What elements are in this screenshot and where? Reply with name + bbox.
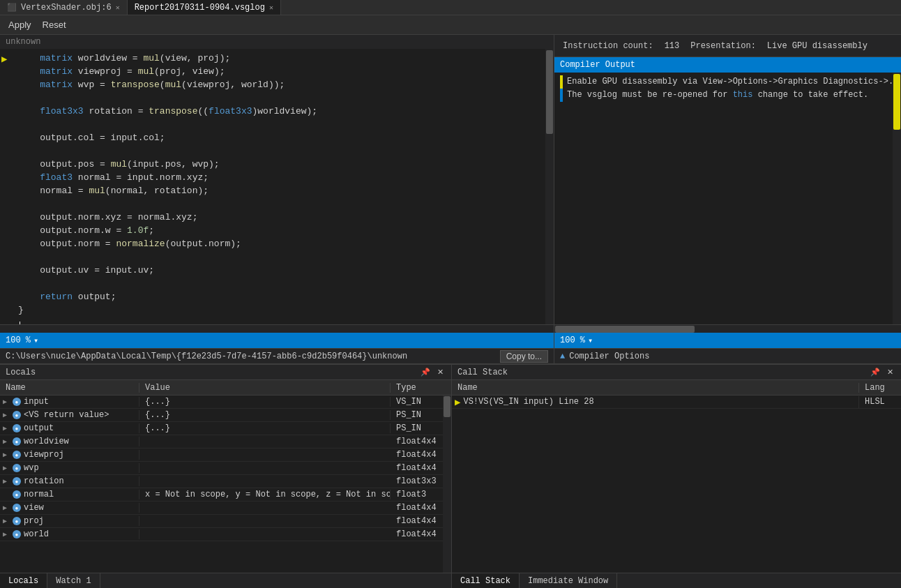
close-icon-vsglog[interactable]: ✕: [269, 3, 273, 12]
locals-table-body[interactable]: ▶ ● input {...} VS_IN ▶ ● <VS return val…: [0, 395, 443, 573]
cs-col-lang: Lang: [859, 383, 901, 393]
code-line: output.norm.xyz = normal.xyz;: [13, 211, 545, 224]
expand-arrow[interactable]: ▶: [3, 398, 10, 406]
editor-scrollbar-v[interactable]: [545, 49, 554, 324]
right-scrollbar-v[interactable]: [893, 73, 901, 324]
cs-pin-button[interactable]: 📌: [868, 367, 882, 377]
right-zoom-dropdown-icon[interactable]: ▾: [588, 336, 593, 346]
table-row[interactable]: ▶ ● wvp float4x4: [0, 462, 443, 475]
obj-icon: ●: [13, 398, 21, 406]
row-type-vsreturn: PS_IN: [391, 410, 443, 420]
compiler-line-2: The vsglog must be re-opened for this ch…: [554, 89, 893, 102]
table-row[interactable]: ▶ ● view float4x4: [0, 502, 443, 515]
locals-table-container: ▶ ● input {...} VS_IN ▶ ● <VS return val…: [0, 395, 451, 573]
callstack-panel: Call Stack 📌 ✕ Name Lang ▶ VS!VS(VS_IN i…: [452, 365, 901, 588]
editor-scrollbar-h[interactable]: [0, 324, 554, 333]
expand-arrow[interactable]: ▶: [3, 517, 10, 525]
row-name-text: proj: [24, 516, 44, 526]
close-panel-button[interactable]: ✕: [435, 367, 446, 377]
right-panel: Instruction count: 113 Presentation: Liv…: [554, 35, 901, 363]
copy-to-button[interactable]: Copy to...: [500, 350, 548, 363]
cs-row-name: ▶ VS!VS(VS_IN input) Line 28: [452, 396, 859, 408]
compiler-output-content[interactable]: Enable GPU disassembly via View->Options…: [554, 73, 893, 324]
compiler-options-header[interactable]: ▲ Compiler Options: [554, 348, 901, 363]
locals-panel-header: Locals 📌 ✕: [0, 365, 451, 380]
code-line: return output;: [13, 290, 545, 303]
expand-arrow[interactable]: ▶: [3, 477, 10, 485]
row-name-text: view: [24, 503, 44, 513]
cs-close-button[interactable]: ✕: [885, 367, 895, 377]
right-zoom-control[interactable]: 100 % ▾: [560, 336, 593, 346]
cs-table-body[interactable]: ▶ VS!VS(VS_IN input) Line 28 HLSL: [452, 395, 901, 573]
right-top-bar: Instruction count: 113 Presentation: Liv…: [554, 35, 901, 57]
table-row[interactable]: ▶ ● proj float4x4: [0, 515, 443, 528]
callstack-panel-header: Call Stack 📌 ✕: [452, 365, 901, 380]
zoom-control[interactable]: 100 % ▾: [6, 336, 38, 346]
locals-scrollbar-v[interactable]: [443, 395, 451, 573]
compiler-options-label: Compiler Options: [569, 352, 649, 361]
tab-vertexshader[interactable]: ⬛ VertexShader.obj:6 ✕: [0, 0, 128, 15]
expand-arrow[interactable]: ▶: [3, 424, 10, 432]
locals-title: Locals: [6, 368, 36, 377]
code-line: [13, 144, 545, 158]
pin-button[interactable]: 📌: [418, 367, 432, 377]
code-line: [13, 91, 545, 105]
reset-button[interactable]: Reset: [40, 18, 69, 31]
code-line: output.pos = mul(input.pos, wvp);: [13, 158, 545, 171]
row-name-viewproj: ▶ ● viewproj: [0, 450, 139, 460]
code-area[interactable]: matrix worldview = mul(view, proj); matr…: [13, 49, 545, 324]
table-row[interactable]: ▶ ● worldview float4x4: [0, 435, 443, 448]
row-name-text: wvp: [24, 463, 39, 473]
table-row[interactable]: ▶ ● world float4x4: [0, 528, 443, 541]
tab-locals[interactable]: Locals: [0, 573, 47, 588]
row-type-proj: float4x4: [391, 516, 443, 526]
apply-button[interactable]: Apply: [6, 18, 34, 31]
cs-row[interactable]: ▶ VS!VS(VS_IN input) Line 28 HLSL: [452, 395, 901, 409]
right-scrollbar-h[interactable]: [554, 324, 901, 333]
panel-header-icons: 📌 ✕: [418, 367, 446, 377]
cs-row-lang: HLSL: [859, 397, 901, 407]
filepath-bar: C:\Users\nucle\AppData\Local\Temp\{f12e2…: [0, 348, 554, 363]
expand-arrow[interactable]: ▶: [3, 411, 10, 419]
table-row[interactable]: ▶ ● output {...} PS_IN: [0, 422, 443, 435]
tab-icon-vertexshader: ⬛: [7, 3, 17, 12]
code-line: output.norm = normalize(output.norm);: [13, 237, 545, 250]
cs-current-arrow: ▶: [455, 396, 460, 408]
expand-arrow[interactable]: ▶: [3, 504, 10, 512]
zoom-dropdown-icon[interactable]: ▾: [33, 336, 38, 346]
tab-watch1[interactable]: Watch 1: [47, 573, 100, 588]
toolbar: Apply Reset: [0, 15, 901, 35]
tab-label-vertexshader: VertexShader.obj:6: [21, 3, 112, 13]
locals-panel: Locals 📌 ✕ Name Value Type ▶ ● input: [0, 365, 452, 588]
tab-callstack[interactable]: Call Stack: [452, 573, 520, 588]
close-icon-vertexshader[interactable]: ✕: [116, 3, 120, 12]
cs-col-name: Name: [452, 383, 859, 393]
obj-icon: ●: [13, 530, 21, 538]
table-row[interactable]: ▶ ● rotation float3x3: [0, 475, 443, 488]
row-name-text: <VS return value>: [24, 410, 109, 420]
bottom-area: Locals 📌 ✕ Name Value Type ▶ ● input: [0, 363, 901, 588]
obj-icon: ●: [13, 451, 21, 459]
tab-vsglog[interactable]: Report20170311-0904.vsglog ✕: [128, 0, 281, 15]
tab-callstack-label: Call Stack: [460, 576, 510, 586]
table-row[interactable]: ▶ ● <VS return value> {...} PS_IN: [0, 409, 443, 422]
row-name-world: ▶ ● world: [0, 529, 139, 539]
cs-row-name-text: VS!VS(VS_IN input) Line 28: [463, 397, 593, 407]
row-name-text: input: [24, 397, 49, 407]
tab-immediate[interactable]: Immediate Window: [520, 573, 617, 588]
table-row[interactable]: ▶ ● normal x = Not in scope, y = Not in …: [0, 488, 443, 502]
row-name-text: rotation: [24, 476, 64, 486]
expand-arrow[interactable]: ▶: [3, 464, 10, 472]
expand-arrow[interactable]: ▶: [3, 530, 10, 538]
table-row[interactable]: ▶ ● viewproj float4x4: [0, 448, 443, 462]
row-type-input: VS_IN: [391, 397, 443, 407]
expand-arrow[interactable]: ▶: [3, 437, 10, 446]
row-type-wvp: float4x4: [391, 463, 443, 473]
expand-arrow[interactable]: ▶: [3, 451, 10, 459]
row-name-text: world: [24, 529, 49, 539]
title-bar: ⬛ VertexShader.obj:6 ✕ Report20170311-09…: [0, 0, 901, 15]
filepath-text: C:\Users\nucle\AppData\Local\Temp\{f12e2…: [6, 352, 407, 361]
table-row[interactable]: ▶ ● input {...} VS_IN: [0, 395, 443, 409]
row-name-text: viewproj: [24, 450, 64, 460]
row-name-input: ▶ ● input: [0, 397, 139, 407]
